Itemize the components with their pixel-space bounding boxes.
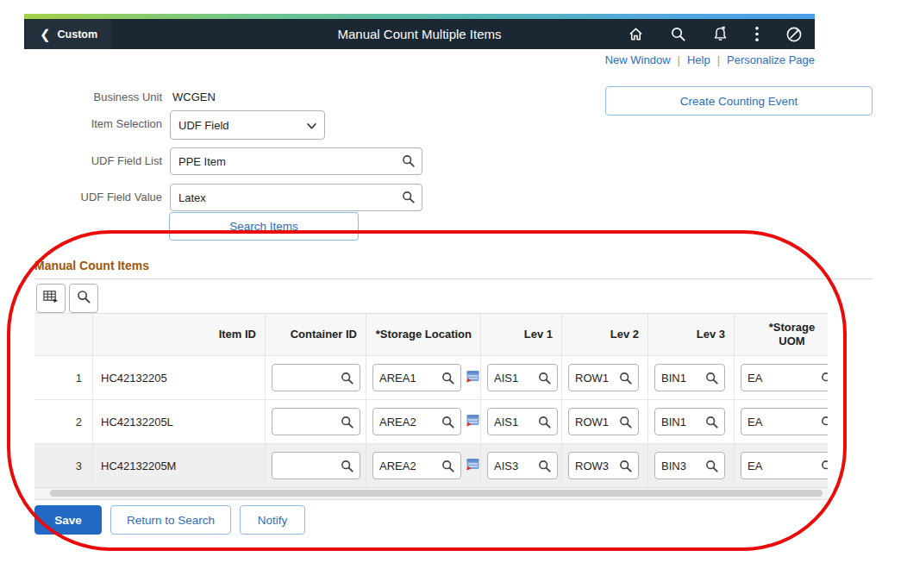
new-window-link[interactable]: New Window [605, 53, 671, 66]
col-header-lev2: Lev 2 [562, 314, 648, 355]
lookup-search-icon[interactable] [402, 191, 415, 207]
item-id-value: HC42132205M [93, 444, 266, 487]
notifications-icon[interactable] [712, 26, 729, 42]
actions-kebab-icon[interactable] [754, 26, 760, 42]
lev3-field [654, 452, 725, 479]
udf-field-list-input[interactable] [170, 147, 422, 175]
col-header-container-id: Container ID [266, 314, 366, 355]
row-number: 3 [34, 444, 93, 487]
page-links: New Window|Help|Personalize Page [24, 53, 815, 66]
lev1-field [487, 452, 558, 479]
search-items-button[interactable]: Search Items [169, 212, 359, 241]
return-to-search-button[interactable]: Return to Search [110, 505, 231, 535]
storage-uom-input[interactable] [741, 460, 828, 472]
lev2-field [568, 452, 639, 479]
row-number: 2 [34, 400, 93, 443]
item-selection-selected-value: UDF Field [171, 119, 307, 132]
link-separator: | [717, 53, 720, 66]
navbar-compass-icon[interactable] [785, 26, 803, 43]
storage-uom-input[interactable] [741, 416, 828, 428]
lev1-field [487, 364, 558, 391]
notify-button[interactable]: Notify [240, 505, 305, 535]
search-icon[interactable] [670, 26, 686, 42]
row-number: 1 [34, 356, 93, 399]
lookup-search-icon[interactable] [821, 372, 828, 387]
table-row: 3 HC42132205M [34, 443, 828, 487]
lookup-search-icon[interactable] [441, 460, 454, 475]
lev2-field [568, 364, 639, 391]
grid-action-menu-button[interactable] [36, 284, 66, 313]
lookup-search-icon[interactable] [341, 460, 353, 475]
storage-location-search-icon[interactable] [466, 414, 480, 429]
udf-field-value-input[interactable] [170, 184, 422, 211]
lev3-field [654, 364, 725, 391]
page: ❮ Custom Manual Count Multiple Items New… [0, 0, 907, 588]
storage-location-search-icon[interactable] [466, 370, 480, 385]
lookup-search-icon[interactable] [538, 372, 551, 387]
lookup-search-icon[interactable] [341, 372, 353, 387]
lev3-field [654, 408, 725, 435]
grid-title-rule [34, 278, 873, 279]
item-selection-label: Item Selection [34, 117, 162, 130]
storage-uom-input[interactable] [741, 372, 828, 385]
udf-field-list-label: UDF Field List [34, 154, 162, 167]
lookup-search-icon[interactable] [821, 460, 828, 475]
udf-field-list-lookup [170, 147, 422, 175]
grid-horizontal-scrollbar[interactable] [34, 487, 828, 500]
container-id-field [272, 364, 360, 391]
col-header-item-id: Item ID [93, 314, 266, 355]
lookup-search-icon[interactable] [619, 460, 632, 475]
grid-title: Manual Count Items [34, 259, 149, 272]
storage-location-search-icon[interactable] [466, 458, 480, 473]
lookup-search-icon[interactable] [441, 416, 454, 431]
item-id-value: HC42132205 [93, 356, 266, 399]
storage-uom-field [741, 408, 828, 435]
grid-action-menu-icon [43, 290, 59, 307]
lookup-search-icon[interactable] [441, 372, 454, 387]
storage-location-field [372, 452, 461, 479]
lookup-search-icon[interactable] [341, 416, 353, 431]
zoom-grid-icon [77, 290, 91, 307]
item-id-value: HC42132205L [93, 400, 266, 443]
grid-search-button[interactable] [69, 284, 98, 313]
udf-field-value-lookup [170, 184, 422, 211]
col-header-storage-location: *Storage Location [366, 314, 481, 355]
lookup-search-icon[interactable] [538, 416, 551, 431]
save-button[interactable]: Save [34, 505, 102, 535]
col-header-storage-uom: *Storage UOM [735, 314, 828, 355]
create-counting-event-button[interactable]: Create Counting Event [605, 86, 873, 116]
col-header-lev3: Lev 3 [648, 314, 735, 355]
lev2-field [568, 408, 639, 435]
lookup-search-icon[interactable] [705, 416, 718, 431]
grid-header-row: Item ID Container ID *Storage Location L… [34, 313, 828, 355]
lookup-search-icon[interactable] [705, 460, 718, 475]
col-header-rownum [34, 314, 93, 355]
container-id-field [272, 452, 360, 479]
lookup-search-icon[interactable] [821, 416, 828, 431]
link-separator: | [678, 53, 680, 66]
home-icon[interactable] [628, 26, 644, 42]
help-link[interactable]: Help [687, 53, 710, 66]
chevron-down-icon [307, 117, 316, 133]
lookup-search-icon[interactable] [619, 416, 632, 431]
container-id-field [272, 408, 360, 435]
storage-location-field [372, 408, 461, 435]
storage-uom-field [741, 364, 828, 391]
table-row: 2 HC42132205L [34, 399, 828, 443]
personalize-page-link[interactable]: Personalize Page [727, 53, 815, 66]
udf-field-value-label: UDF Field Value [34, 191, 162, 203]
storage-location-field [372, 364, 461, 391]
col-header-lev1: Lev 1 [481, 314, 562, 355]
manual-count-grid: Item ID Container ID *Storage Location L… [34, 313, 828, 500]
business-unit-value: WCGEN [172, 91, 216, 103]
scrollbar-thumb[interactable] [50, 490, 823, 497]
table-row: 1 HC42132205 [34, 355, 828, 399]
business-unit-label: Business Unit [34, 91, 162, 103]
storage-uom-field [741, 452, 828, 479]
item-selection-select[interactable]: UDF Field [170, 110, 325, 140]
lookup-search-icon[interactable] [619, 372, 632, 387]
lookup-search-icon[interactable] [705, 372, 718, 387]
lookup-search-icon[interactable] [538, 460, 551, 475]
lookup-search-icon[interactable] [402, 154, 415, 171]
top-navbar: ❮ Custom Manual Count Multiple Items [24, 19, 815, 49]
